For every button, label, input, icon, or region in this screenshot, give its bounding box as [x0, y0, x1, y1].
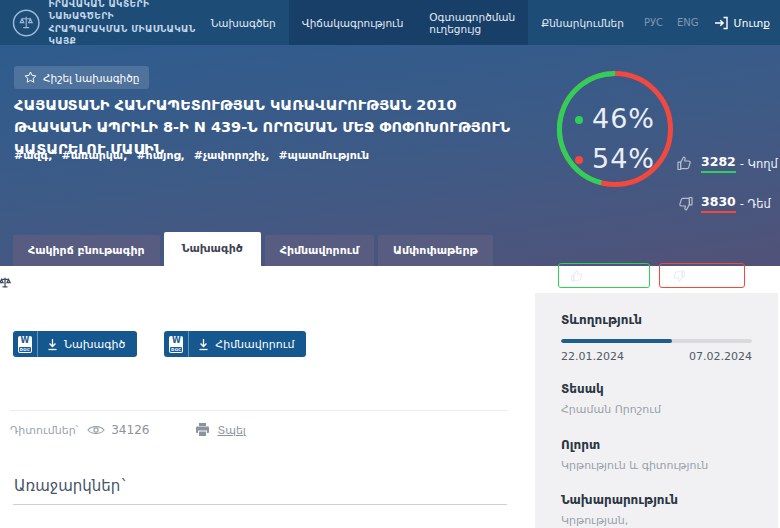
star-icon — [24, 71, 37, 84]
duration-progress-fill — [561, 339, 672, 343]
tags: #ազգ, #առարկա, #հայոց, #չափորոշիչ, #պատմ… — [14, 149, 369, 162]
tag-link[interactable]: #պատմություն — [278, 149, 369, 162]
tag-link[interactable]: #հայոց, — [136, 149, 184, 162]
views-row: Դիտումներ՝ 34126 Տպել — [10, 423, 246, 437]
vote-against-percent: 54% — [592, 143, 655, 174]
end-date: 07.02.2024 — [689, 350, 752, 363]
hero-banner: Հիշել նախագիծը ՀԱՅԱՍՏԱՆԻ ՀԱՆՐԱՊԵՏՈՒԹՅԱՆ … — [0, 45, 780, 266]
word-doc-icon: W DOC — [164, 331, 189, 357]
logo-line1: ԻՐԱՎԱԿԱՆ ԱԿՏԵՐԻ ՆԱԽԱԳԾԵՐԻ — [48, 0, 197, 23]
nav-item-statistics[interactable]: Վիճակագրություն — [289, 0, 417, 45]
views-label: Դիտումներ՝ — [10, 424, 78, 437]
tab-justification[interactable]: Հիմնավորում — [265, 235, 374, 266]
type-block: Տեսակ Հրաման Որոշում — [561, 382, 752, 419]
views-count: 34126 — [111, 423, 149, 437]
doc-letter: W — [169, 336, 183, 346]
logo-text: ԻՐԱՎԱԿԱՆ ԱԿՏԵՐԻ ՆԱԽԱԳԾԵՐԻ ՀՐԱՊԱՐԱԿՄԱՆ ՄԻ… — [48, 0, 197, 47]
suggestions-title: Առաջարկներ` — [14, 477, 128, 495]
remember-draft-button[interactable]: Հիշել նախագիծը — [14, 66, 149, 89]
thumbs-up-icon — [676, 155, 694, 172]
remember-draft-label: Հիշել նախագիծը — [43, 72, 139, 84]
main-nav: Նախագծեր Վիճակագրություն Օգտագործման ուղ… — [198, 0, 770, 45]
start-date: 22.01.2024 — [561, 350, 624, 363]
word-doc-icon: W DOC — [13, 331, 38, 357]
duration-progress-bar — [561, 339, 752, 343]
tab-draft[interactable]: Նախագիծ — [164, 232, 261, 266]
printer-icon — [195, 423, 210, 437]
download-justification-button[interactable]: W DOC Հիմնավորում — [164, 331, 306, 357]
vote-for-percent: 46% — [592, 103, 655, 134]
sector-title: Ոլորտ — [561, 438, 752, 452]
nav-item-drafts[interactable]: Նախագծեր — [198, 0, 289, 45]
ministry-value: Կրթության, գիտության,մշակույթի և սպորտի … — [561, 513, 752, 528]
vote-for-count: 3282 — [701, 154, 736, 173]
site-logo[interactable]: ԻՐԱՎԱԿԱՆ ԱԿՏԵՐԻ ՆԱԽԱԳԾԵՐԻ ՀՐԱՊԱՐԱԿՄԱՆ ՄԻ… — [12, 0, 198, 47]
download-buttons: W DOC Նախագիծ W DOC — [13, 331, 306, 357]
scales-watermark-icon — [0, 271, 17, 299]
nav-item-guide[interactable]: Օգտագործման ուղեցույց — [416, 0, 528, 45]
duration-dates: 22.01.2024 07.02.2024 — [561, 350, 752, 363]
download-icon — [198, 338, 209, 351]
green-dot-icon — [575, 116, 583, 124]
doc-letter: W — [18, 336, 32, 346]
tab-brief-description[interactable]: Հակիրճ բնութագիր — [13, 235, 160, 266]
print-button[interactable]: Տպել — [195, 423, 245, 437]
page: ԻՐԱՎԱԿԱՆ ԱԿՏԵՐԻ ՆԱԽԱԳԾԵՐԻ ՀՐԱՊԱՐԱԿՄԱՆ ՄԻ… — [0, 0, 780, 528]
sector-value: Կրթություն և գիտություն — [561, 458, 752, 475]
doc-band-label: DOC — [19, 347, 31, 352]
vote-for-button-label: Կողմ եմ — [592, 269, 638, 282]
tag-link[interactable]: #չափորոշիչ, — [194, 149, 270, 162]
thumbs-up-icon — [570, 269, 585, 283]
download-draft-button[interactable]: W DOC Նախագիծ — [13, 331, 137, 357]
tag-link[interactable]: #առարկա, — [62, 149, 128, 162]
login-button[interactable]: Մուտք — [714, 16, 770, 30]
print-label: Տպել — [217, 424, 245, 437]
lang-rus[interactable]: РУС — [637, 17, 670, 28]
login-icon — [714, 16, 729, 30]
ministry-title: Նախարարություն — [561, 493, 752, 507]
thumbs-down-icon — [676, 195, 694, 212]
nav-item-discussions[interactable]: Քննարկումներ — [528, 0, 637, 45]
lang-eng[interactable]: ENG — [670, 17, 706, 28]
vote-against-button[interactable]: Դեմ եմ — [659, 263, 745, 288]
vote-for-percent-row: 46% — [556, 103, 674, 134]
type-title: Տեսակ — [561, 382, 752, 396]
divider — [13, 504, 507, 505]
download-icon — [47, 338, 58, 351]
info-sidebar: Տևողություն 22.01.2024 07.02.2024 Տեսակ … — [535, 293, 778, 528]
tag-link[interactable]: #ազգ, — [14, 149, 53, 162]
thumbs-down-icon — [671, 269, 686, 283]
header: ԻՐԱՎԱԿԱՆ ԱԿՏԵՐԻ ՆԱԽԱԳԾԵՐԻ ՀՐԱՊԱՐԱԿՄԱՆ ՄԻ… — [0, 0, 780, 45]
sector-block: Ոլորտ Կրթություն և գիտություն — [561, 438, 752, 475]
vote-against-count: 3830 — [701, 194, 736, 213]
vote-donut-chart: 46% 54% — [556, 70, 674, 188]
scales-logo-icon — [12, 6, 40, 40]
vote-for-button[interactable]: Կողմ եմ — [558, 263, 650, 288]
vote-against-count-label: - Դեմ — [740, 197, 771, 211]
login-label: Մուտք — [734, 17, 770, 29]
vote-against-button-label: Դեմ եմ — [693, 269, 733, 282]
divider — [10, 410, 508, 411]
tab-bar: Հակիրճ բնութագիր Նախագիծ Հիմնավորում Ամփ… — [13, 232, 493, 266]
vote-for-count-row: 3282 - Կողմ — [676, 154, 778, 173]
eye-icon — [87, 424, 105, 436]
duration-title: Տևողություն — [561, 313, 752, 327]
ministry-block: Նախարարություն Կրթության, գիտության,մշակ… — [561, 493, 752, 528]
vote-buttons: Կողմ եմ Դեմ եմ — [558, 263, 745, 288]
download-draft-label: Նախագիծ — [64, 338, 125, 351]
doc-band-label: DOC — [170, 347, 182, 352]
red-dot-icon — [575, 156, 583, 164]
vote-against-percent-row: 54% — [556, 143, 674, 174]
vote-for-count-label: - Կողմ — [740, 157, 778, 171]
tab-summary-sheet[interactable]: Ամփոփաթերթ — [378, 235, 493, 266]
type-value: Հրաման Որոշում — [561, 402, 752, 419]
download-justification-label: Հիմնավորում — [215, 338, 294, 351]
vote-against-count-row: 3830 - Դեմ — [676, 194, 771, 213]
logo-line2: ՀՐԱՊԱՐԱԿՄԱՆ ՄԻԱՍՆԱԿԱՆ ԿԱՅՔ — [48, 23, 197, 47]
